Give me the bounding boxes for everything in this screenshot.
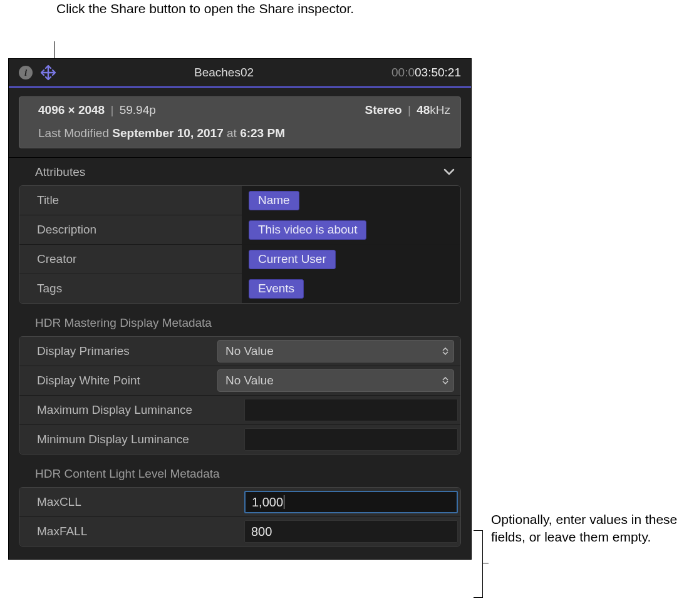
- maxcll-label: MaxCLL: [19, 488, 242, 516]
- creator-field[interactable]: Current User: [242, 245, 460, 274]
- display-primaries-select[interactable]: No Value: [217, 340, 454, 362]
- maxcll-input[interactable]: 1,000: [244, 491, 458, 513]
- stepper-icon: [442, 347, 448, 355]
- clip-audio-rate: 48: [417, 103, 430, 116]
- modified-at: at: [224, 126, 240, 140]
- attributes-header-label: Attributes: [35, 165, 85, 179]
- timecode: 00:003:50:21: [391, 66, 461, 80]
- tags-token[interactable]: Events: [249, 279, 304, 299]
- max-luminance-label: Maximum Display Luminance: [19, 396, 242, 424]
- white-point-label: Display White Point: [19, 366, 215, 395]
- info-icon[interactable]: i: [19, 66, 33, 80]
- title-token[interactable]: Name: [249, 191, 299, 210]
- white-point-select[interactable]: No Value: [217, 369, 454, 392]
- min-luminance-row: Minimum Display Luminance: [19, 424, 460, 454]
- hdr-content-group: MaxCLL 1,000 MaxFALL 800: [19, 487, 461, 547]
- text-caret: [284, 495, 284, 509]
- clip-audio-unit: kHz: [430, 103, 450, 116]
- display-primaries-value: No Value: [225, 344, 274, 358]
- max-luminance-row: Maximum Display Luminance: [19, 395, 460, 424]
- clip-info-row1: 4096 × 2048 | 59.94p Stereo | 48kHz: [19, 97, 460, 121]
- clip-title: Beaches02: [56, 66, 391, 80]
- clip-audio-channels: Stereo: [365, 103, 401, 116]
- description-field[interactable]: This video is about: [242, 215, 460, 244]
- hdr-mastering-group: Display Primaries No Value Display White…: [19, 336, 461, 454]
- attributes-group: Title Name Description This video is abo…: [19, 185, 461, 304]
- timecode-dim: 00:0: [391, 66, 415, 79]
- title-label: Title: [19, 186, 242, 215]
- share-inspector-panel: i Beaches02 00:003:50:21: [8, 58, 472, 560]
- attribute-row-tags: Tags Events: [19, 274, 460, 303]
- tags-field[interactable]: Events: [242, 274, 460, 303]
- attributes-header-row[interactable]: Attributes: [9, 158, 471, 185]
- modified-prefix: Last Modified: [38, 126, 112, 140]
- white-point-value: No Value: [225, 374, 274, 388]
- maxcll-row: MaxCLL 1,000: [19, 488, 460, 516]
- display-primaries-label: Display Primaries: [19, 337, 215, 366]
- stepper-icon: [442, 377, 448, 384]
- max-luminance-input[interactable]: [244, 399, 458, 421]
- clip-resolution: 4096 × 2048: [38, 103, 105, 116]
- maxfall-input[interactable]: 800: [244, 520, 458, 543]
- display-primaries-row: Display Primaries No Value: [19, 337, 460, 366]
- attribute-row-title: Title Name: [19, 186, 460, 215]
- hdr-mastering-header: HDR Mastering Display Metadata: [9, 304, 471, 336]
- attribute-row-description: Description This video is about: [19, 215, 460, 244]
- callout-top-text: Click the Share button to open the Share…: [56, 0, 354, 18]
- inspector-header: i Beaches02 00:003:50:21: [9, 59, 471, 88]
- maxfall-label: MaxFALL: [19, 517, 242, 546]
- callout-right-text: Optionally, enter values in these fields…: [491, 511, 685, 547]
- callout-right-bracket: [474, 530, 483, 598]
- description-token[interactable]: This video is about: [249, 220, 366, 240]
- share-icon[interactable]: [40, 64, 56, 81]
- maxfall-row: MaxFALL 800: [19, 516, 460, 546]
- tags-label: Tags: [19, 274, 242, 303]
- min-luminance-label: Minimum Display Luminance: [19, 425, 242, 454]
- description-label: Description: [19, 215, 242, 244]
- attribute-row-creator: Creator Current User: [19, 244, 460, 274]
- clip-framerate: 59.94p: [120, 103, 156, 116]
- modified-date: September 10, 2017: [112, 126, 223, 140]
- white-point-row: Display White Point No Value: [19, 366, 460, 395]
- creator-label: Creator: [19, 245, 242, 274]
- creator-token[interactable]: Current User: [249, 250, 336, 269]
- timecode-bright: 03:50:21: [415, 66, 461, 79]
- callout-right-bracket-tick: [482, 563, 489, 563]
- maxcll-value: 1,000: [252, 495, 283, 510]
- clip-info-row2: Last Modified September 10, 2017 at 6:23…: [19, 121, 460, 148]
- title-field[interactable]: Name: [242, 186, 460, 215]
- clip-info-bar: 4096 × 2048 | 59.94p Stereo | 48kHz Last…: [19, 96, 461, 148]
- modified-time: 6:23 PM: [240, 126, 285, 140]
- min-luminance-input[interactable]: [244, 428, 458, 451]
- maxfall-value: 800: [251, 525, 272, 539]
- hdr-content-header: HDR Content Light Level Metadata: [9, 454, 471, 487]
- chevron-down-icon: [443, 168, 455, 176]
